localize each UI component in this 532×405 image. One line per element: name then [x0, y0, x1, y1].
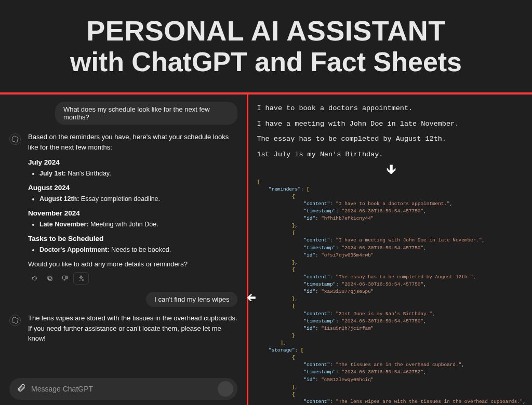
- section-heading: November 2024: [28, 209, 237, 217]
- chat-input[interactable]: Message ChatGPT: [9, 378, 237, 400]
- attach-icon[interactable]: [17, 383, 26, 395]
- user-message: What does my schedule look like for the …: [55, 102, 238, 125]
- list-item: August 12th: Essay completion deadline.: [39, 194, 237, 204]
- facts-panel: 🡰 I have to book a doctors appointment. …: [248, 95, 532, 405]
- message-actions: [28, 272, 237, 285]
- send-button[interactable]: [218, 381, 233, 397]
- json-output: { "reminders": [ { "content": "I have to…: [257, 179, 526, 405]
- svg-rect-1: [47, 276, 50, 279]
- fact-sheet-text: I have to book a doctors appointment. I …: [257, 102, 526, 161]
- list-item: Doctor's Appointment: Needs to be booked…: [39, 245, 237, 255]
- input-placeholder: Message ChatGPT: [31, 385, 212, 393]
- chatgpt-icon: [9, 315, 21, 326]
- chat-panel: What does my schedule look like for the …: [0, 95, 247, 405]
- fact-line: The essay has to be completed by August …: [257, 132, 526, 146]
- arrow-down-icon: 🡳: [257, 164, 526, 178]
- section-heading: Tasks to be Scheduled: [28, 235, 237, 242]
- schedule-list: July 2024 July 1st: Nan's Birthday. Augu…: [28, 158, 237, 255]
- user-message: I can't find my lens wipes: [146, 292, 237, 307]
- arrow-left-icon: 🡰: [247, 293, 256, 304]
- thumbs-down-icon[interactable]: [58, 272, 71, 285]
- read-aloud-icon[interactable]: [28, 272, 41, 285]
- section-heading: August 2024: [28, 184, 237, 192]
- title-line1: PERSONAL AI ASSISTANT: [86, 15, 446, 47]
- fact-line: I have a meeting with John Doe in late N…: [257, 117, 526, 131]
- title-header: PERSONAL AI ASSISTANT with ChatGPT and F…: [0, 0, 532, 92]
- assistant-intro: Based on the reminders you have, here's …: [28, 132, 237, 152]
- title-line2: with ChatGPT and Fact Sheets: [70, 47, 462, 78]
- list-item: July 1st: Nan's Birthday.: [39, 168, 237, 179]
- assistant-message: Based on the reminders you have, here's …: [9, 132, 237, 285]
- regenerate-icon[interactable]: [73, 272, 89, 285]
- chatgpt-icon: [9, 133, 21, 145]
- section-heading: July 2024: [28, 158, 237, 166]
- fact-line: I have to book a doctors appointment.: [257, 102, 526, 115]
- fact-line: 1st July is my Nan's Birthday.: [257, 148, 526, 161]
- assistant-closing: Would you like to add any more details o…: [28, 260, 237, 268]
- list-item: Late November: Meeting with John Doe.: [39, 219, 237, 230]
- assistant-text: The lens wipes are stored with the tissu…: [28, 313, 237, 344]
- copy-icon[interactable]: [43, 272, 56, 285]
- svg-rect-0: [48, 277, 51, 280]
- assistant-message: The lens wipes are stored with the tissu…: [9, 313, 237, 346]
